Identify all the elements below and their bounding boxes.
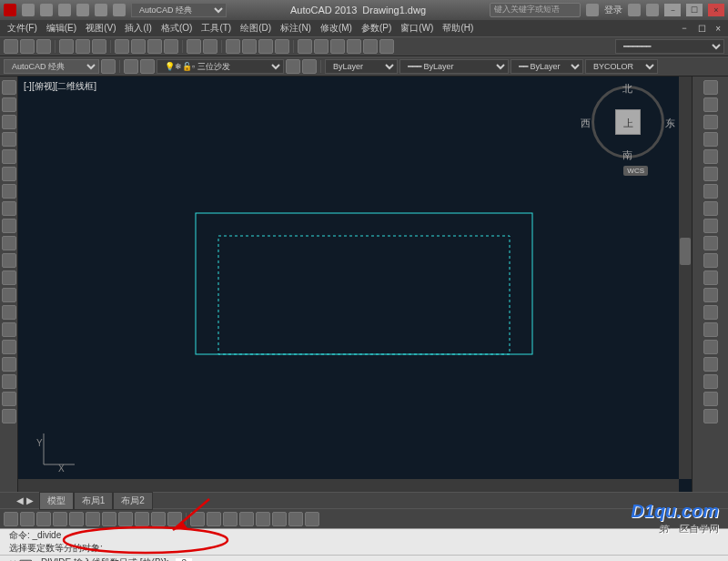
menu-modify[interactable]: 修改(M) bbox=[317, 22, 356, 35]
spline-icon[interactable] bbox=[2, 219, 16, 233]
user-icon[interactable] bbox=[586, 4, 599, 16]
point-icon[interactable] bbox=[2, 305, 16, 320]
viewcube-w[interactable]: 西 bbox=[581, 117, 591, 130]
help-icon[interactable] bbox=[646, 4, 659, 16]
menu-file[interactable]: 文件(F) bbox=[4, 22, 41, 35]
joglinear-icon[interactable] bbox=[272, 512, 287, 526]
chamfer-icon[interactable] bbox=[703, 305, 718, 320]
menu-window[interactable]: 窗口(W) bbox=[397, 22, 437, 35]
match-icon[interactable] bbox=[164, 39, 178, 54]
move-icon[interactable] bbox=[703, 167, 718, 181]
ws-settings-icon[interactable] bbox=[101, 59, 116, 74]
wcs-badge[interactable]: WCS bbox=[623, 166, 648, 176]
mtext-icon[interactable] bbox=[2, 392, 16, 406]
menu-help[interactable]: 帮助(H) bbox=[439, 22, 477, 35]
qat-print-icon[interactable] bbox=[113, 4, 126, 16]
qselect-icon[interactable] bbox=[703, 409, 718, 423]
linetype-select-top[interactable]: ━━━━━━ bbox=[615, 39, 724, 54]
rotate-icon[interactable] bbox=[703, 184, 718, 199]
copy2-icon[interactable] bbox=[703, 97, 718, 112]
dim-space-icon[interactable] bbox=[190, 512, 205, 526]
scrollbar-vertical[interactable] bbox=[679, 76, 692, 479]
tab-layout1[interactable]: 布局1 bbox=[74, 492, 114, 510]
toolpalette-icon[interactable] bbox=[330, 39, 345, 54]
viewcube[interactable]: 上 北 南 西 东 bbox=[592, 86, 664, 158]
menu-insert[interactable]: 插入(I) bbox=[121, 22, 155, 35]
xline-icon[interactable] bbox=[2, 97, 16, 112]
command-window[interactable]: 命令: _divide 选择要定数等分的对象: ✕ ⌨ - DIVIDE 输入线… bbox=[0, 528, 728, 561]
tab-layout2[interactable]: 布局2 bbox=[113, 492, 153, 510]
dist-icon[interactable] bbox=[703, 374, 718, 389]
drawing-canvas[interactable]: [-][俯视][二维线框] 上 北 南 西 东 WCS Y X bbox=[18, 76, 692, 492]
tab-model[interactable]: 模型 bbox=[39, 492, 74, 510]
area-icon[interactable] bbox=[703, 392, 718, 406]
region-icon[interactable] bbox=[2, 357, 16, 372]
viewcube-top[interactable]: 上 bbox=[615, 109, 641, 135]
layer-prev-icon[interactable] bbox=[302, 59, 317, 74]
layer-state-icon[interactable] bbox=[140, 59, 155, 74]
lineweight-select[interactable]: ━━ ByLayer bbox=[511, 59, 583, 74]
pan-icon[interactable] bbox=[226, 39, 240, 54]
doc-minimize[interactable]: － bbox=[676, 22, 693, 35]
break-icon[interactable] bbox=[703, 270, 718, 285]
dim-dia-icon[interactable] bbox=[102, 512, 116, 526]
plotstyle-select[interactable]: BYCOLOR bbox=[585, 59, 658, 74]
dim-cont-icon[interactable] bbox=[167, 512, 182, 526]
extend-icon[interactable] bbox=[703, 253, 718, 268]
copy-icon[interactable] bbox=[131, 39, 146, 54]
circle-icon[interactable] bbox=[2, 184, 16, 199]
viewcube-e[interactable]: 东 bbox=[665, 117, 675, 130]
hatch-icon[interactable] bbox=[2, 322, 16, 337]
trim-icon[interactable] bbox=[703, 236, 718, 250]
dim-arc-icon[interactable] bbox=[36, 512, 51, 526]
menu-format[interactable]: 格式(O) bbox=[157, 22, 196, 35]
qat-new-icon[interactable] bbox=[22, 4, 35, 16]
offset-icon[interactable] bbox=[703, 132, 718, 147]
explode-icon[interactable] bbox=[703, 340, 718, 354]
polygon-icon[interactable] bbox=[2, 132, 16, 147]
markup-icon[interactable] bbox=[363, 39, 378, 54]
menu-draw[interactable]: 绘图(D) bbox=[237, 22, 275, 35]
scale-icon[interactable] bbox=[703, 201, 718, 216]
view-label[interactable]: [-][俯视][二维线框] bbox=[24, 80, 96, 93]
inspect-icon[interactable] bbox=[256, 512, 270, 526]
ellipse-icon[interactable] bbox=[2, 236, 16, 250]
dim-jog-icon[interactable] bbox=[86, 512, 100, 526]
doc-restore[interactable]: ☐ bbox=[694, 24, 710, 34]
join-icon[interactable] bbox=[703, 288, 718, 302]
plot-icon[interactable] bbox=[59, 39, 74, 54]
undo-icon[interactable] bbox=[187, 39, 201, 54]
layer-props-icon[interactable] bbox=[124, 59, 138, 74]
dim-ang-icon[interactable] bbox=[118, 512, 133, 526]
workspace-select-2[interactable]: AutoCAD 经典 bbox=[4, 59, 99, 74]
redo-icon[interactable] bbox=[203, 39, 217, 54]
menu-dim[interactable]: 标注(N) bbox=[277, 22, 315, 35]
qat-redo-icon[interactable] bbox=[95, 4, 107, 16]
draworder-icon[interactable] bbox=[703, 357, 718, 372]
linetype-select[interactable]: ━━━ ByLayer bbox=[399, 59, 509, 74]
menu-tools[interactable]: 工具(T) bbox=[197, 22, 235, 35]
designcenter-icon[interactable] bbox=[314, 39, 329, 54]
color-select[interactable]: ByLayer bbox=[325, 59, 398, 74]
help-search-input[interactable]: 键入关键字或短语 bbox=[490, 3, 581, 17]
dim-aligned-icon[interactable] bbox=[20, 512, 35, 526]
zoom-window-icon[interactable] bbox=[258, 39, 273, 54]
paste-icon[interactable] bbox=[147, 39, 162, 54]
stretch-icon[interactable] bbox=[703, 219, 718, 233]
viewcube-n[interactable]: 北 bbox=[622, 82, 632, 96]
exchange-icon[interactable] bbox=[628, 4, 641, 16]
qat-open-icon[interactable] bbox=[40, 4, 53, 16]
block-icon[interactable] bbox=[2, 288, 16, 302]
layer-select[interactable]: 💡❄🔓▫ 三位沙发 bbox=[157, 59, 284, 74]
dim-linear-icon[interactable] bbox=[4, 512, 18, 526]
tolerance-icon[interactable] bbox=[223, 512, 238, 526]
maximize-button[interactable]: ☐ bbox=[686, 4, 703, 16]
open-icon[interactable] bbox=[20, 39, 35, 54]
ellipsearc-icon[interactable] bbox=[2, 253, 16, 268]
dim-break-icon[interactable] bbox=[207, 512, 221, 526]
preview-icon[interactable] bbox=[76, 39, 90, 54]
dimedit-icon[interactable] bbox=[288, 512, 303, 526]
workspace-select[interactable]: AutoCAD 经典 bbox=[131, 3, 227, 17]
scrollbar-horizontal[interactable] bbox=[18, 479, 679, 492]
zoom-icon[interactable] bbox=[242, 39, 257, 54]
